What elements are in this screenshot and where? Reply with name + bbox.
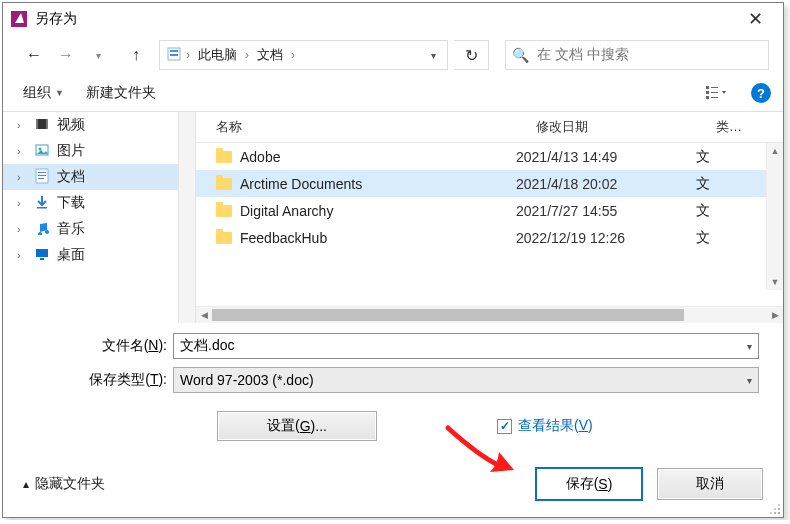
file-modified: 2021/4/18 20:02	[516, 176, 696, 192]
scroll-down-icon[interactable]: ▼	[767, 274, 783, 290]
titlebar: 另存为 ✕	[3, 3, 783, 35]
sidebar-item[interactable]: ›桌面	[3, 242, 195, 268]
savetype-label: 保存类型(T):	[27, 371, 173, 389]
recent-locations-dropdown[interactable]: ▾	[85, 42, 111, 68]
file-type: 文	[696, 175, 767, 193]
svg-rect-3	[170, 54, 178, 56]
svg-point-22	[778, 512, 780, 514]
hide-folders-toggle[interactable]: ▴ 隐藏文件夹	[23, 475, 105, 493]
view-result-checkbox[interactable]: ✓ 查看结果(V)	[497, 417, 593, 435]
folder-icon	[33, 195, 51, 212]
scroll-right-icon[interactable]: ▶	[767, 307, 783, 323]
save-form: 文件名(N): 文档.doc▾ 保存类型(T): Word 97-2003 (*…	[3, 323, 783, 467]
refresh-button[interactable]: ↻	[454, 40, 489, 70]
file-type: 文	[696, 202, 767, 220]
svg-rect-12	[46, 119, 48, 129]
svg-point-27	[778, 504, 780, 506]
chevron-right-icon: ›	[17, 171, 27, 183]
save-as-dialog: 另存为 ✕ ← → ▾ ↑ › 此电脑 › 文档 › ▾ ↻ 🔍 在 文档 中搜…	[2, 2, 784, 518]
svg-point-23	[774, 512, 776, 514]
file-name: Arctime Documents	[240, 176, 516, 192]
chevron-right-icon: ›	[17, 249, 27, 261]
column-header-modified[interactable]: 修改日期	[536, 118, 716, 136]
back-button[interactable]: ←	[21, 42, 47, 68]
search-placeholder: 在 文档 中搜索	[537, 46, 629, 64]
folder-icon	[33, 221, 51, 238]
column-headers: 名称 修改日期 类…	[196, 112, 783, 143]
folder-icon	[214, 178, 234, 190]
filename-input[interactable]: 文档.doc▾	[173, 333, 759, 359]
folder-icon	[33, 117, 51, 134]
svg-rect-2	[170, 50, 178, 52]
cancel-button[interactable]: 取消	[657, 468, 763, 500]
file-modified: 2022/12/19 12:26	[516, 230, 696, 246]
vertical-scrollbar[interactable]: ▲ ▼	[766, 143, 783, 290]
breadcrumb-this-pc[interactable]: 此电脑	[192, 46, 243, 64]
folder-icon	[33, 143, 51, 160]
svg-rect-9	[711, 97, 718, 98]
sidebar-item[interactable]: ›文档	[3, 164, 195, 190]
scroll-left-icon[interactable]: ◀	[196, 307, 212, 323]
search-input[interactable]: 🔍 在 文档 中搜索	[505, 40, 769, 70]
location-icon	[164, 46, 184, 65]
file-modified: 2021/4/13 14:49	[516, 149, 696, 165]
folder-icon	[214, 232, 234, 244]
sidebar-item-label: 图片	[57, 142, 85, 160]
sidebar-item[interactable]: ›下载	[3, 190, 195, 216]
file-name: FeedbackHub	[240, 230, 516, 246]
app-icon	[11, 11, 27, 27]
chevron-right-icon: ›	[17, 145, 27, 157]
breadcrumb-dropdown[interactable]: ▾	[423, 50, 443, 61]
organize-button[interactable]: 组织▼	[15, 80, 72, 106]
svg-rect-21	[40, 258, 44, 260]
folder-icon	[214, 151, 234, 163]
sidebar-item-label: 文档	[57, 168, 85, 186]
table-row[interactable]: FeedbackHub2022/12/19 12:26文	[196, 224, 783, 251]
split-pane: ›视频›图片›文档›下载›音乐›桌面 名称 修改日期 类… Adobe2021/…	[3, 112, 783, 323]
close-button[interactable]: ✕	[735, 5, 775, 33]
folder-icon	[33, 168, 51, 187]
file-name: Digital Anarchy	[240, 203, 516, 219]
sidebar-item[interactable]: ›音乐	[3, 216, 195, 242]
svg-rect-11	[36, 119, 38, 129]
file-type: 文	[696, 148, 767, 166]
sidebar-item-label: 音乐	[57, 220, 85, 238]
sidebar-item-label: 桌面	[57, 246, 85, 264]
folder-icon	[214, 205, 234, 217]
breadcrumb[interactable]: › 此电脑 › 文档 › ▾	[159, 40, 448, 70]
svg-rect-7	[711, 92, 718, 93]
savetype-select[interactable]: Word 97-2003 (*.doc)▾	[173, 367, 759, 393]
column-header-name[interactable]: 名称	[196, 118, 536, 136]
file-type: 文	[696, 229, 767, 247]
caret-up-icon: ▴	[23, 477, 29, 491]
horizontal-scrollbar[interactable]: ◀ ▶	[196, 306, 783, 323]
chevron-right-icon: ›	[17, 197, 27, 209]
column-header-type[interactable]: 类…	[716, 118, 767, 136]
new-folder-button[interactable]: 新建文件夹	[78, 80, 164, 106]
settings-button[interactable]: 设置(G)...	[217, 411, 377, 441]
forward-button[interactable]: →	[53, 42, 79, 68]
sidebar-item[interactable]: ›视频	[3, 112, 195, 138]
table-row[interactable]: Adobe2021/4/13 14:49文	[196, 143, 783, 170]
svg-rect-5	[711, 87, 718, 88]
file-list: 名称 修改日期 类… Adobe2021/4/13 14:49文Arctime …	[196, 112, 783, 323]
svg-rect-19	[37, 207, 47, 209]
table-row[interactable]: Arctime Documents2021/4/18 20:02文	[196, 170, 783, 197]
svg-rect-16	[38, 172, 46, 173]
resize-grip-icon[interactable]	[769, 503, 781, 515]
save-button[interactable]: 保存(S)	[535, 467, 643, 501]
chevron-right-icon: ›	[291, 48, 295, 62]
breadcrumb-documents[interactable]: 文档	[251, 46, 289, 64]
table-row[interactable]: Digital Anarchy2021/7/27 14:55文	[196, 197, 783, 224]
sidebar-scrollbar[interactable]	[178, 112, 195, 323]
sidebar-item[interactable]: ›图片	[3, 138, 195, 164]
scrollbar-thumb[interactable]	[212, 309, 684, 321]
svg-point-26	[774, 508, 776, 510]
file-name: Adobe	[240, 149, 516, 165]
up-button[interactable]: ↑	[123, 42, 149, 68]
svg-rect-8	[706, 96, 709, 99]
svg-rect-18	[38, 178, 44, 179]
scroll-up-icon[interactable]: ▲	[767, 143, 783, 159]
help-button[interactable]: ?	[751, 83, 771, 103]
view-options-button[interactable]	[699, 80, 735, 106]
